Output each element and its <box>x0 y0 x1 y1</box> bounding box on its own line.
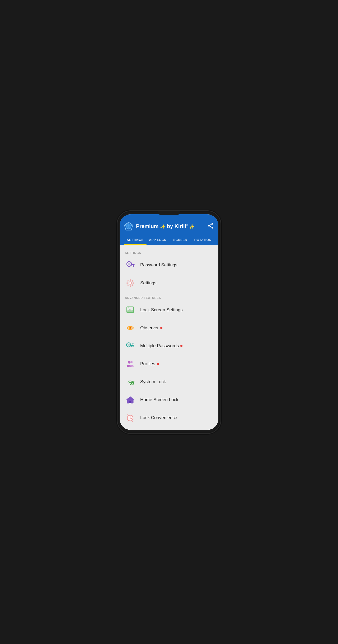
svg-rect-37 <box>130 345 134 346</box>
svg-rect-15 <box>131 264 135 265</box>
multiple-passwords-dot <box>180 345 182 347</box>
svg-rect-50 <box>129 401 131 403</box>
menu-text-settings: Settings <box>140 280 156 286</box>
profiles-label: Profiles <box>140 361 155 367</box>
eye-icon <box>125 323 135 333</box>
menu-text-password-settings: Password Settings <box>140 262 177 268</box>
app-content: Premium ✨ by Kirlif' ✨ <box>120 214 218 430</box>
wifi-lock-icon <box>125 377 135 387</box>
svg-point-42 <box>128 361 130 364</box>
menu-text-observer: Observer <box>140 325 162 331</box>
image-frame-icon <box>125 305 135 315</box>
svg-line-11 <box>210 226 212 227</box>
header-logo-area: Premium ✨ by Kirlif' ✨ <box>124 222 195 231</box>
diamond-icon <box>124 222 133 231</box>
brand-label: Premium <box>136 223 159 229</box>
svg-rect-20 <box>130 279 131 281</box>
key-plus-icon <box>125 341 135 351</box>
menu-item-profiles[interactable]: Profiles <box>120 355 218 373</box>
observer-label: Observer <box>140 325 159 331</box>
section-label-settings: SETTINGS <box>120 249 218 256</box>
tabs: SETTINGS APP LOCK SCREEN ROTATION <box>124 235 214 245</box>
menu-item-home-screen-lock[interactable]: Home Screen Lock <box>120 391 218 409</box>
menu-text-lock-screen: Lock Screen Settings <box>140 307 183 313</box>
svg-line-56 <box>132 415 133 415</box>
profiles-dot <box>157 363 159 365</box>
svg-rect-16 <box>133 265 134 267</box>
svg-rect-27 <box>132 284 133 286</box>
svg-rect-39 <box>131 346 132 347</box>
menu-text-profiles: Profiles <box>140 361 159 367</box>
password-settings-label: Password Settings <box>140 262 177 268</box>
menu-item-observer[interactable]: Observer <box>120 319 218 337</box>
menu-text-multiple-passwords: Multiple Passwords <box>140 343 182 349</box>
phone-frame: Premium ✨ by Kirlif' ✨ <box>118 211 220 433</box>
tab-settings[interactable]: SETTINGS <box>124 235 147 245</box>
sparkle2: ✨ <box>189 224 195 229</box>
menu-item-system-lock[interactable]: System Lock <box>120 373 218 391</box>
svg-rect-41 <box>132 344 134 344</box>
svg-rect-17 <box>132 265 132 266</box>
svg-point-34 <box>130 327 131 328</box>
svg-marker-31 <box>127 309 134 313</box>
settings-label: Settings <box>140 280 156 286</box>
svg-point-9 <box>208 225 210 226</box>
menu-text-home-screen-lock: Home Screen Lock <box>140 397 179 402</box>
svg-point-30 <box>128 307 129 308</box>
svg-point-19 <box>129 282 131 284</box>
svg-rect-38 <box>133 346 134 347</box>
share-button[interactable] <box>207 222 214 231</box>
svg-rect-47 <box>133 383 133 384</box>
multiple-passwords-label: Multiple Passwords <box>140 343 179 349</box>
by-text: by Kirlif' <box>167 223 188 229</box>
gear-icon <box>125 278 135 288</box>
svg-line-57 <box>128 421 128 422</box>
svg-rect-24 <box>127 280 129 281</box>
header: Premium ✨ by Kirlif' ✨ <box>120 214 218 245</box>
observer-dot <box>160 327 162 329</box>
menu-item-lock-screen[interactable]: Lock Screen Settings <box>120 301 218 319</box>
menu-text-system-lock: System Lock <box>140 379 166 384</box>
menu-item-lock-convenience[interactable]: Lock Convenience <box>120 409 218 427</box>
lock-screen-label: Lock Screen Settings <box>140 307 183 313</box>
profiles-icon <box>125 359 135 369</box>
house-icon <box>125 395 135 405</box>
menu-text-lock-convenience: Lock Convenience <box>140 415 177 420</box>
svg-line-55 <box>127 415 128 415</box>
tab-app-lock[interactable]: APP LOCK <box>147 235 169 245</box>
notch <box>158 211 180 215</box>
header-title: Premium ✨ by Kirlif' ✨ <box>136 223 195 229</box>
svg-point-43 <box>130 361 133 363</box>
svg-point-10 <box>212 227 213 229</box>
svg-point-44 <box>130 384 131 385</box>
header-top: Premium ✨ by Kirlif' ✨ <box>124 222 214 235</box>
svg-point-14 <box>128 263 130 265</box>
key-icon <box>125 260 135 270</box>
phone-screen: Premium ✨ by Kirlif' ✨ <box>120 214 218 430</box>
home-screen-lock-label: Home Screen Lock <box>140 397 179 402</box>
svg-rect-22 <box>126 282 128 284</box>
svg-rect-25 <box>132 280 133 281</box>
content: SETTINGS Password Settings <box>120 245 218 430</box>
alarm-clock-icon <box>125 413 135 423</box>
svg-point-8 <box>212 223 213 225</box>
svg-rect-26 <box>127 284 129 286</box>
svg-rect-23 <box>133 282 134 284</box>
lock-convenience-label: Lock Convenience <box>140 415 177 420</box>
tab-rotation[interactable]: ROTATION <box>192 235 214 245</box>
section-label-advanced: ADVANCED FEATURES <box>120 294 218 301</box>
svg-point-36 <box>128 344 130 346</box>
system-lock-label: System Lock <box>140 379 166 384</box>
sparkle1: ✨ <box>160 224 165 229</box>
menu-item-password-settings[interactable]: Password Settings <box>120 256 218 274</box>
svg-rect-21 <box>130 285 131 287</box>
tab-screen[interactable]: SCREEN <box>169 235 192 245</box>
svg-line-58 <box>132 421 133 422</box>
svg-line-12 <box>210 224 212 225</box>
menu-item-multiple-passwords[interactable]: Multiple Passwords <box>120 337 218 355</box>
menu-item-settings[interactable]: Settings <box>120 274 218 292</box>
